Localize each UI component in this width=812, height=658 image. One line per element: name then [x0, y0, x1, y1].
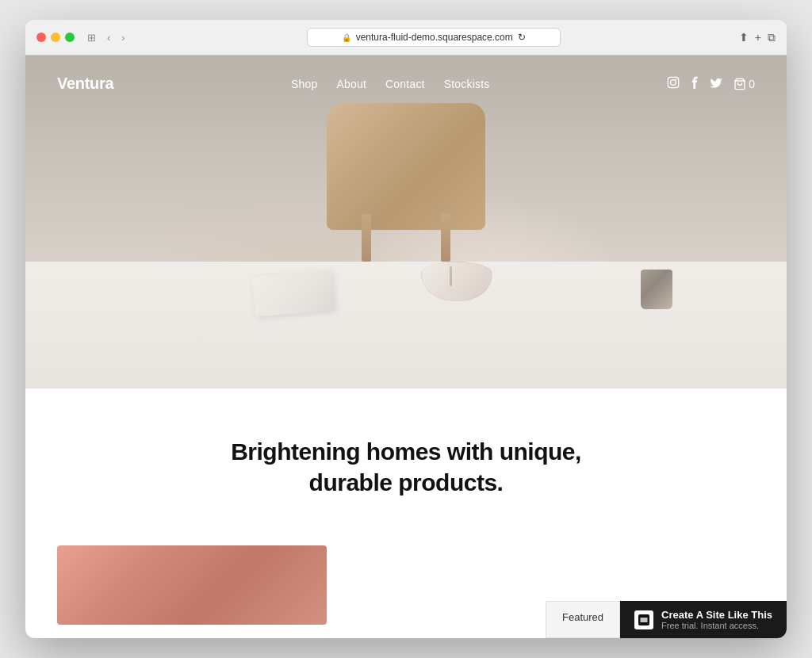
tagline-line2: durable products.	[309, 469, 504, 495]
nav-stockists[interactable]: Stockists	[444, 78, 490, 90]
bowl-drip	[450, 266, 452, 286]
svg-rect-0	[668, 77, 679, 87]
squarespace-cta-sub: Free trial. Instant access.	[661, 621, 772, 630]
twitter-icon[interactable]	[710, 77, 722, 90]
squarespace-banner[interactable]: Create A Site Like This Free trial. Inst…	[620, 601, 787, 638]
browser-chrome: ⊞ ‹ › 🔒 ventura-fluid-demo.squarespace.c…	[25, 20, 787, 55]
close-button[interactable]	[36, 33, 46, 42]
svg-point-1	[671, 80, 676, 86]
facebook-icon[interactable]	[691, 76, 699, 91]
reload-icon[interactable]: ↻	[518, 32, 526, 43]
nav-about[interactable]: About	[336, 78, 366, 90]
svg-point-2	[676, 79, 677, 81]
content-section: Brightening homes with unique, durable p…	[25, 388, 787, 545]
browser-controls: ⊞ ‹ ›	[84, 30, 128, 45]
squarespace-text: Create A Site Like This Free trial. Inst…	[661, 609, 772, 630]
chair-leg-left	[362, 214, 371, 262]
forward-button[interactable]: ›	[118, 30, 128, 45]
nav-shop[interactable]: Shop	[291, 78, 318, 90]
napkin	[252, 270, 335, 317]
mug-body	[641, 270, 672, 309]
address-bar-container: 🔒 ventura-fluid-demo.squarespace.com ↻	[138, 28, 730, 47]
traffic-lights	[36, 33, 75, 42]
cart-count: 0	[749, 78, 755, 90]
nav-social: 0	[667, 76, 755, 91]
chair-leg-right	[441, 214, 450, 262]
nav-contact[interactable]: Contact	[385, 78, 425, 90]
page-wrapper: Ventura Shop About Contact Stockists	[25, 55, 787, 638]
tagline: Brightening homes with unique, durable p…	[208, 436, 604, 498]
url-text: ventura-fluid-demo.squarespace.com	[356, 32, 513, 43]
bottom-bar: Featured Create A Site Like This Free tr…	[546, 601, 787, 638]
windows-button[interactable]: ⧉	[768, 31, 776, 44]
new-tab-button[interactable]: +	[755, 31, 761, 44]
minimize-button[interactable]	[51, 33, 60, 42]
address-bar[interactable]: 🔒 ventura-fluid-demo.squarespace.com ↻	[307, 28, 561, 47]
maximize-button[interactable]	[65, 33, 75, 42]
product-image[interactable]	[57, 545, 327, 625]
featured-label: Featured	[546, 601, 620, 638]
chair	[295, 103, 517, 262]
tagline-line1: Brightening homes with unique,	[231, 438, 581, 465]
bowl	[421, 262, 492, 309]
site-logo[interactable]: Ventura	[57, 75, 113, 93]
squarespace-logo	[634, 610, 653, 629]
nav-links: Shop About Contact Stockists	[291, 78, 490, 90]
hero-section: Ventura Shop About Contact Stockists	[25, 55, 787, 388]
chair-back-panel	[327, 103, 485, 230]
bowl-body	[421, 262, 492, 301]
site-navigation: Ventura Shop About Contact Stockists	[25, 55, 787, 112]
back-button[interactable]: ‹	[104, 30, 113, 45]
cart-icon[interactable]: 0	[733, 78, 755, 90]
squarespace-cta-title: Create A Site Like This	[661, 609, 772, 621]
table-surface	[25, 262, 787, 388]
browser-actions: ⬆ + ⧉	[739, 31, 776, 44]
page-content: Ventura Shop About Contact Stockists	[25, 55, 787, 625]
sidebar-toggle-icon[interactable]: ⊞	[84, 30, 99, 45]
share-button[interactable]: ⬆	[739, 31, 749, 44]
lock-icon: 🔒	[342, 33, 351, 42]
instagram-icon[interactable]	[667, 76, 680, 91]
mug	[641, 270, 672, 309]
browser-window: ⊞ ‹ › 🔒 ventura-fluid-demo.squarespace.c…	[25, 20, 787, 638]
